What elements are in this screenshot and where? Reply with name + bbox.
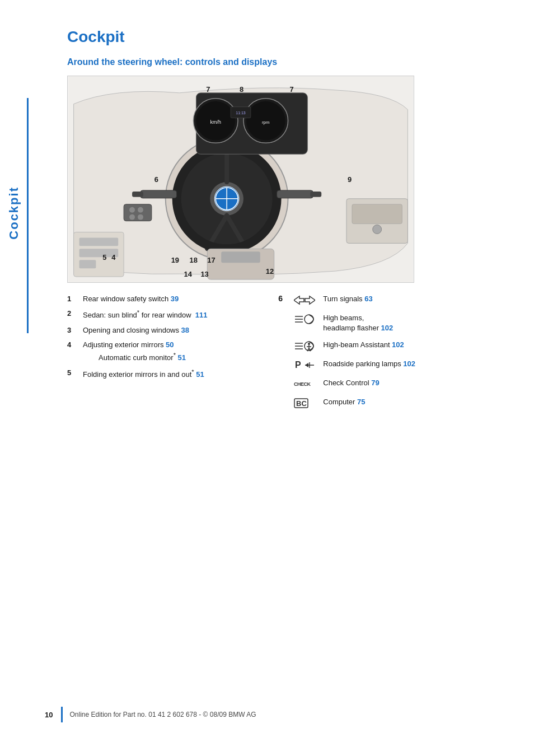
sidebar-label: Cockpit: [7, 186, 21, 240]
svg-point-27: [138, 214, 143, 220]
legend-item-4: 4 Adjusting exterior mirrors 50 Automati…: [67, 340, 261, 363]
legend-text-check-control: Check Control 79: [323, 378, 415, 388]
legend-link-3[interactable]: 38: [181, 326, 189, 334]
legend-right: 6 Turn signals 63: [278, 294, 512, 424]
legend-link-turn-signals[interactable]: 63: [364, 295, 372, 303]
legend-text-turn-signals: Turn signals 63: [323, 294, 415, 304]
footer-text: Online Edition for Part no. 01 41 2 602 …: [69, 711, 256, 718]
legend-item-1: 1 Rear window safety switch 39: [67, 294, 261, 304]
legend-link-5[interactable]: 51: [196, 370, 204, 379]
page-title: Cockpit: [67, 28, 512, 46]
page-number: 10: [45, 711, 53, 719]
legend-item-3: 3 Opening and closing windows 38: [67, 325, 261, 335]
svg-point-25: [138, 207, 143, 213]
legend-num-3: 3: [67, 325, 78, 335]
legend-text-2: Sedan: sun blind* for rear window 111: [83, 309, 261, 321]
svg-point-26: [129, 214, 135, 220]
svg-rect-29: [310, 192, 321, 197]
legend-item-2: 2 Sedan: sun blind* for rear window 111: [67, 309, 261, 321]
footer: 10 Online Edition for Part no. 01 41 2 6…: [0, 707, 534, 722]
svg-text:11:13: 11:13: [236, 111, 246, 115]
legend-num-4: 4: [67, 340, 78, 350]
legend-item-high-beam: High beams,headlamp flasher 102: [294, 313, 415, 333]
legend-text-parking: Roadside parking lamps 102: [323, 359, 415, 369]
legend-item-5: 5 Folding exterior mirrors in and out* 5…: [67, 368, 261, 380]
turn-signals-icon: [294, 294, 318, 306]
legend-link-check-control[interactable]: 79: [371, 379, 379, 387]
svg-rect-28: [277, 190, 313, 198]
svg-text:14: 14: [184, 270, 193, 278]
svg-rect-23: [124, 204, 152, 221]
legend-link-computer[interactable]: 75: [357, 398, 365, 406]
svg-text:8: 8: [240, 85, 243, 94]
svg-text:17: 17: [207, 256, 215, 264]
legend-item-check-control: CHECK Check Control 79: [294, 378, 415, 390]
svg-text:5: 5: [102, 253, 106, 262]
legend-link-1[interactable]: 39: [171, 295, 179, 303]
svg-marker-61: [305, 296, 315, 304]
svg-text:km/h: km/h: [210, 119, 221, 125]
legend-item-hba: High-beam Assistant 102: [294, 340, 415, 352]
svg-text:18: 18: [189, 256, 197, 264]
svg-rect-22: [132, 192, 143, 197]
legend-link-high-beam[interactable]: 102: [381, 324, 394, 332]
svg-rect-31: [79, 237, 119, 246]
svg-text:12: 12: [266, 267, 274, 276]
legend-text-4: Adjusting exterior mirrors 50 Automatic …: [83, 340, 261, 363]
legend-link-2[interactable]: 111: [195, 311, 208, 320]
legend-link-4[interactable]: 50: [166, 340, 174, 349]
svg-marker-77: [305, 363, 308, 367]
dashboard-image: km/h rpm 11:13: [67, 76, 414, 283]
legend-item-computer: BC Computer 75: [294, 397, 415, 409]
svg-text:19: 19: [171, 256, 179, 264]
legend-link-4b[interactable]: 51: [178, 353, 186, 362]
sidebar: Cockpit: [0, 101, 28, 325]
svg-point-65: [305, 315, 313, 324]
legend-text-3: Opening and closing windows 38: [83, 325, 261, 335]
svg-rect-21: [140, 190, 177, 198]
legend-text-1: Rear window safety switch 39: [83, 294, 261, 304]
sidebar-border: [27, 98, 29, 333]
check-control-icon: CHECK: [294, 378, 318, 390]
svg-rect-33: [79, 260, 96, 268]
legend-link-parking[interactable]: 102: [403, 360, 415, 368]
svg-rect-57: [352, 204, 402, 224]
svg-text:6: 6: [154, 175, 158, 184]
svg-marker-60: [294, 296, 304, 304]
legend-num-1: 1: [67, 294, 78, 304]
svg-text:BC: BC: [296, 399, 307, 408]
svg-text:P: P: [295, 360, 301, 370]
svg-text:7: 7: [206, 85, 210, 94]
svg-point-70: [308, 343, 310, 345]
svg-text:4: 4: [111, 253, 116, 262]
legend-text-computer: Computer 75: [323, 397, 415, 407]
legend-num-6: 6: [278, 294, 289, 303]
legend-right-items: Turn signals 63: [294, 294, 415, 416]
hba-icon: [294, 340, 318, 352]
legend-num-5: 5: [67, 368, 78, 378]
computer-icon: BC: [294, 397, 318, 409]
legend-text-5: Folding exterior mirrors in and out* 51: [83, 368, 261, 380]
svg-text:rpm: rpm: [262, 120, 270, 125]
svg-text:9: 9: [348, 175, 352, 184]
parking-icon: P: [294, 359, 318, 371]
legend-text-hba: High-beam Assistant 102: [323, 340, 415, 350]
svg-point-58: [373, 225, 382, 234]
high-beam-icon: [294, 313, 318, 325]
footer-blue-line: [61, 707, 63, 722]
svg-text:13: 13: [200, 270, 208, 278]
legend-container: 1 Rear window safety switch 39 2 Sedan: …: [67, 294, 512, 424]
legend-item-parking: P Roadside parking lamps 102: [294, 359, 415, 371]
svg-rect-35: [221, 251, 260, 263]
legend-left: 1 Rear window safety switch 39 2 Sedan: …: [67, 294, 261, 424]
section-heading: Around the steering wheel: controls and …: [67, 57, 512, 67]
legend-link-hba[interactable]: 102: [392, 340, 404, 349]
legend-text-high-beam: High beams,headlamp flasher 102: [323, 313, 415, 333]
svg-text:CHECK: CHECK: [294, 381, 311, 387]
svg-text:7: 7: [290, 85, 294, 94]
legend-item-turn-signals: Turn signals 63: [294, 294, 415, 306]
legend-num-2: 2: [67, 309, 78, 319]
cockpit-illustration: km/h rpm 11:13: [68, 76, 414, 282]
svg-point-24: [129, 207, 135, 213]
main-content: Cockpit Around the steering wheel: contr…: [45, 0, 534, 446]
